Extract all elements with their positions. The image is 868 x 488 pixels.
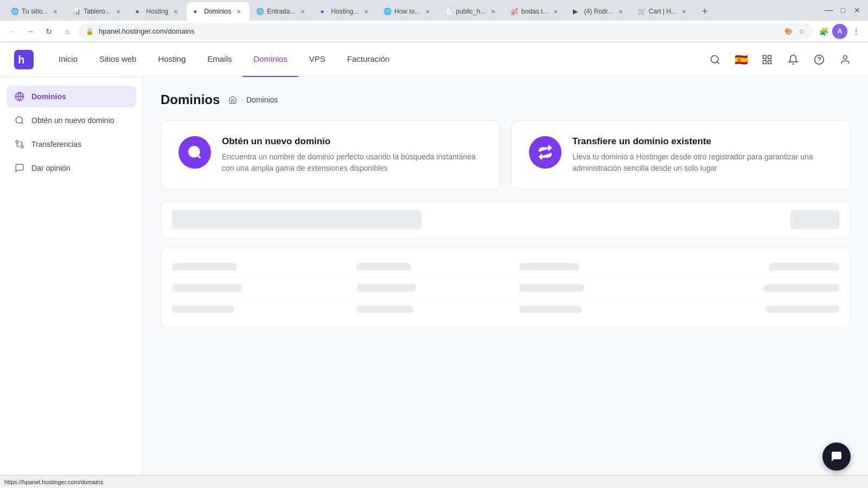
nav-inicio[interactable]: Inicio [48,42,88,77]
card-content-new: Obtén un nuevo dominio Encuentra un nomb… [222,136,482,174]
skeleton-row-3 [172,298,839,319]
tab-favicon-10: ▶ [573,8,580,15]
notification-button[interactable] [783,50,803,69]
tab-8[interactable]: 📄 public_h... ✕ [438,2,504,21]
tab-close-10[interactable]: ✕ [616,7,625,16]
svg-point-15 [21,145,23,148]
tab-3[interactable]: ● Hosting ✕ [129,2,187,21]
skeleton-col1-h [172,263,237,271]
nav-hosting[interactable]: Hosting [147,42,196,77]
tab-close-3[interactable]: ✕ [171,7,180,16]
transfer-icon [14,139,25,150]
sidebar-label-nuevo: Obtén un nuevo dominio [31,116,114,125]
search-icon [14,115,25,126]
nav-right: 🇪🇸 [705,50,855,69]
tab-10[interactable]: ▶ (4) Rodr... ✕ [566,2,631,21]
tab-label-10: (4) Rodr... [584,8,612,15]
help-button[interactable] [809,50,829,69]
maximize-button[interactable]: □ [837,3,850,18]
card-title-transfer: Transfiere un dominio existente [572,136,833,147]
tab-label-11: Cart | H... [649,8,676,15]
logo[interactable]: h [13,49,35,70]
top-nav: h Inicio Sitios web Hosting Emails Domin… [0,42,868,77]
tab-close-7[interactable]: ✕ [423,7,432,16]
home-button[interactable]: ⌂ [60,24,75,39]
skeleton-col4-h [769,263,839,271]
profile-button[interactable]: A [832,24,847,39]
tab-close-9[interactable]: ✕ [551,7,560,16]
nav-dominios[interactable]: Dominios [242,42,298,77]
lock-icon: 🔒 [85,27,94,36]
tab-label-8: public_h... [456,8,486,15]
new-tab-button[interactable]: + [697,4,712,19]
close-button[interactable]: ✕ [851,3,864,18]
tab-close-4[interactable]: ✕ [234,7,243,16]
account-button[interactable] [835,50,855,69]
settings-icon[interactable]: ⋮ [848,24,864,39]
tab-close-6[interactable]: ✕ [362,7,371,16]
card-new-domain[interactable]: Obtén un nuevo dominio Encuentra un nomb… [161,120,500,190]
eyedropper-icon[interactable]: 🎨 [783,27,793,36]
skeleton-col3-h [519,263,579,271]
refresh-button[interactable]: ↻ [41,24,56,39]
skeleton-r3c4 [766,305,839,313]
sidebar-item-dominios[interactable]: Dominios [7,86,136,107]
card-transfer-domain[interactable]: Transfiere un dominio existente Lleva tu… [511,120,851,190]
svg-line-18 [197,155,200,158]
svg-text:h: h [18,54,24,66]
sidebar-item-nuevo-dominio[interactable]: Obtén un nuevo dominio [7,110,136,131]
tab-close-2[interactable]: ✕ [114,7,123,16]
minimize-button[interactable]: — [822,3,835,18]
nav-vps[interactable]: VPS [298,42,336,77]
tab-label-9: bodas.t... [521,8,548,15]
card-desc-new: Encuentra un nombre de dominio perfecto … [222,151,482,174]
sidebar-item-transferencias[interactable]: Transferencias [7,133,136,155]
nav-facturacion[interactable]: Facturación [336,42,400,77]
search-button[interactable] [705,50,725,69]
nav-emails[interactable]: Emails [196,42,242,77]
sidebar-item-dar-opinion[interactable]: Dar opinión [7,157,136,179]
tab-5[interactable]: 🌐 Entrada... ✕ [250,2,314,21]
tab-2[interactable]: 📊 Tablero... ✕ [66,2,129,21]
tab-close-1[interactable]: ✕ [51,7,60,16]
svg-rect-6 [763,60,767,63]
tab-favicon-7: 🌐 [384,8,391,15]
card-title-new: Obtén un nuevo dominio [222,136,482,147]
tab-close-11[interactable]: ✕ [680,7,688,16]
tab-label-4: Dominios [204,8,231,15]
nav-sitios[interactable]: Sitios web [88,42,147,77]
tab-close-5[interactable]: ✕ [298,7,307,16]
card-desc-transfer: Lleva tu dominio a Hostinger desde otro … [572,151,833,174]
page-content: Dominios - Dominios [143,77,868,475]
skeleton-r3c3 [519,305,582,313]
skeleton-search-bar [161,201,851,239]
card-content-transfer: Transfiere un dominio existente Lleva tu… [572,136,833,174]
chat-bubble[interactable] [822,442,851,471]
tab-1[interactable]: 🌐 Tu sitio... ✕ [4,2,66,21]
language-flag[interactable]: 🇪🇸 [731,50,751,69]
svg-point-13 [16,117,22,123]
url-text: hpanel.hostinger.com/domains [99,27,779,35]
breadcrumb-separator: - [240,95,243,104]
grid-view-button[interactable] [757,50,777,69]
tab-11[interactable]: 🛒 Cart | H... ✕ [631,2,695,21]
tab-6[interactable]: ● Hosting... ✕ [314,2,377,21]
extensions-icon[interactable]: 🧩 [816,24,831,39]
tab-9[interactable]: 💒 bodas.t... ✕ [504,2,566,21]
tab-close-8[interactable]: ✕ [489,7,497,16]
url-bar[interactable]: 🔒 hpanel.hostinger.com/domains 🎨 ☆ [78,23,813,40]
svg-rect-4 [763,55,767,59]
forward-button[interactable]: → [23,24,38,39]
star-icon[interactable]: ☆ [796,27,806,36]
tab-7[interactable]: 🌐 How to... ✕ [377,2,438,21]
address-bar: ← → ↻ ⌂ 🔒 hpanel.hostinger.com/domains 🎨… [0,21,868,42]
tab-4[interactable]: ● Dominios ✕ [187,2,250,21]
breadcrumb-home[interactable] [228,95,237,104]
tab-label-6: Hosting... [331,8,359,15]
globe-icon [14,91,25,102]
profile-avatar[interactable]: A [832,24,847,39]
back-button[interactable]: ← [4,24,20,39]
status-bar: https://hpanel.hostinger.com/domains [0,475,868,488]
tab-favicon-11: 🛒 [638,8,646,15]
skeleton-r2c4 [763,284,839,292]
